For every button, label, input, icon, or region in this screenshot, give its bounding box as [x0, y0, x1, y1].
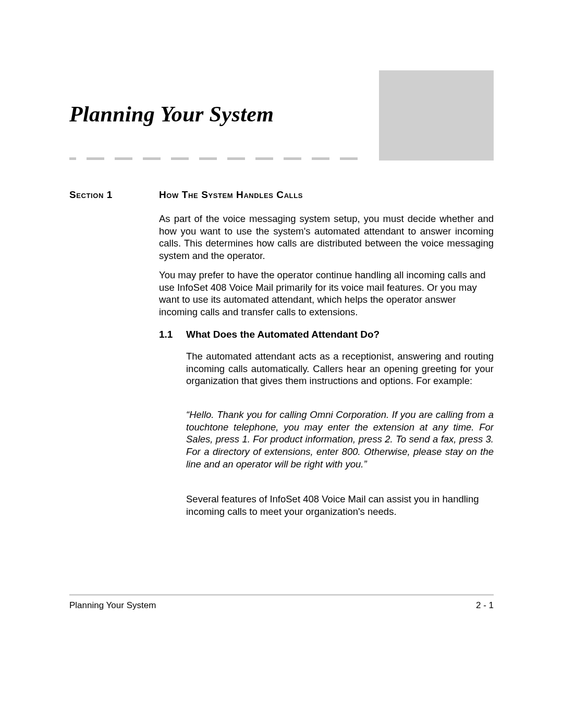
section-title: How The System Handles Calls	[159, 189, 303, 201]
subsection-paragraph: The automated attendant acts as a recept…	[186, 350, 494, 387]
dashed-divider	[69, 157, 374, 160]
footer-divider	[69, 594, 494, 596]
section-label: Section 1	[69, 189, 159, 201]
footer-page-number: 2 - 1	[476, 600, 494, 611]
section-paragraph: As part of the voice messaging system se…	[159, 213, 494, 262]
subsection-number: 1.1	[159, 329, 186, 340]
subsection-paragraph: Several features of InfoSet 408 Voice Ma…	[186, 493, 494, 517]
footer-left: Planning Your System	[69, 600, 156, 611]
chapter-tab-decoration	[379, 70, 494, 161]
subsection-title: What Does the Automated Attendant Do?	[186, 329, 380, 340]
section-paragraph: You may prefer to have the operator cont…	[159, 269, 494, 318]
page: Planning Your System Section 1 How The S…	[0, 0, 563, 728]
subsection-example-quote: “Hello. Thank you for calling Omni Corpo…	[186, 409, 494, 470]
chapter-title: Planning Your System	[69, 102, 274, 127]
section-heading: Section 1 How The System Handles Calls	[69, 189, 494, 201]
subsection-heading: 1.1 What Does the Automated Attendant Do…	[159, 329, 494, 340]
page-footer: Planning Your System 2 - 1	[69, 600, 494, 611]
